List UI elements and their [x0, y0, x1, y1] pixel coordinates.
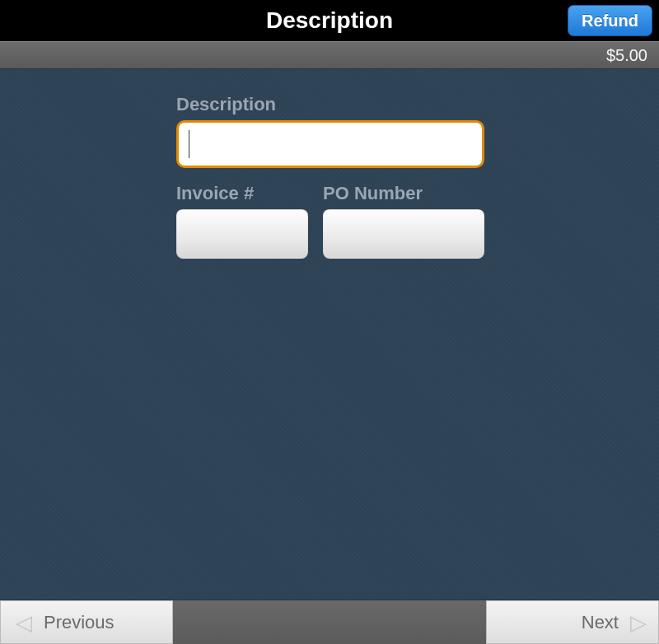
invoice-input[interactable] — [176, 209, 308, 259]
description-field-wrapper[interactable] — [176, 120, 484, 168]
next-label: Next — [582, 612, 619, 633]
po-number-input[interactable] — [323, 209, 484, 259]
next-button[interactable]: Next ▷ — [486, 600, 659, 644]
previous-button[interactable]: ◁ Previous — [0, 600, 173, 644]
chevron-right-icon: ▷ — [630, 612, 647, 633]
description-input[interactable] — [189, 128, 474, 161]
chevron-left-icon: ◁ — [16, 612, 32, 633]
amount-value: $5.00 — [606, 46, 647, 65]
refund-button[interactable]: Refund — [568, 5, 652, 36]
invoice-label: Invoice # — [176, 183, 308, 204]
footer-nav: ◁ Previous Next ▷ — [0, 600, 659, 644]
amount-bar: $5.00 — [0, 41, 659, 69]
content-area: Description Invoice # PO Number — [0, 69, 659, 600]
footer-gap — [173, 600, 486, 644]
previous-label: Previous — [44, 612, 115, 633]
po-number-label: PO Number — [323, 183, 484, 204]
page-title: Description — [266, 7, 393, 34]
header-bar: Description Refund — [0, 0, 659, 41]
description-label: Description — [176, 94, 484, 115]
